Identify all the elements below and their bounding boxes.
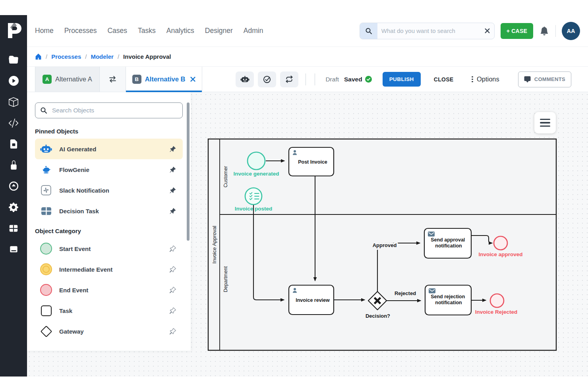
bpmn-task-send-approval[interactable]: Send approval notification	[424, 228, 471, 258]
check-circle-icon	[263, 75, 271, 83]
category-item-end-event[interactable]: End Event	[35, 280, 183, 300]
options-button[interactable]: Options	[472, 67, 499, 92]
code-icon[interactable]	[0, 112, 27, 133]
tab-b-badge: B	[132, 75, 141, 84]
tab-a-label: Alternative A	[55, 75, 92, 83]
breadcrumb-current: Invoice Approval	[123, 53, 171, 60]
object-search-input[interactable]	[51, 106, 178, 114]
nav-admin[interactable]: Admin	[244, 27, 263, 35]
category-item-label: Start Event	[59, 245, 162, 252]
modeler-tools	[236, 67, 306, 92]
category-item-intermediate-event[interactable]: Intermediate Event	[35, 259, 183, 280]
breadcrumb: / Processes / Modeler / Invoice Approval	[27, 47, 588, 67]
pin-icon-filled[interactable]	[169, 187, 176, 194]
play-circle-icon[interactable]	[0, 70, 27, 91]
card-terminal-icon[interactable]	[0, 239, 27, 260]
breadcrumb-processes[interactable]: Processes	[51, 53, 81, 60]
pinned-objects-heading: Pinned Objects	[35, 128, 183, 135]
panel-scrollbar[interactable]	[187, 102, 190, 241]
saved-text: Saved	[344, 76, 362, 83]
save-status: Draft Saved	[325, 67, 371, 92]
category-item-start-event[interactable]: Start Event	[35, 238, 183, 259]
document-icon[interactable]	[0, 133, 27, 154]
user-avatar[interactable]: AA	[562, 22, 580, 40]
toolbar-divider	[315, 73, 315, 85]
category-item-task[interactable]: Task	[35, 300, 183, 321]
intermediate-event-icon	[40, 263, 52, 275]
canvas-menu-button[interactable]	[534, 112, 556, 133]
object-item-slack-notification[interactable]: Slack Notification	[35, 180, 183, 201]
pin-icon-outline[interactable]	[169, 328, 176, 335]
refresh-loop-button[interactable]	[280, 71, 298, 87]
end-event-icon	[40, 284, 52, 296]
nav-cases[interactable]: Cases	[107, 27, 127, 35]
table-grid-icon[interactable]	[0, 218, 27, 239]
kebab-menu-icon	[472, 76, 473, 82]
breadcrumb-separator: /	[85, 53, 87, 60]
pin-icon-filled[interactable]	[169, 208, 176, 214]
search-icon	[360, 23, 377, 39]
nav-tasks[interactable]: Tasks	[138, 27, 156, 35]
object-item-ai-generated[interactable]: AI Generated	[35, 139, 183, 159]
new-case-button[interactable]: + CASE	[501, 23, 533, 39]
tab-close-icon[interactable]	[190, 77, 195, 82]
nav-home[interactable]: Home	[35, 27, 54, 35]
object-item-label: AI Generated	[59, 146, 162, 153]
close-button[interactable]: CLOSE	[431, 67, 456, 92]
home-icon[interactable]	[35, 53, 42, 60]
toolbar-divider	[306, 73, 306, 85]
genie-lamp-icon	[40, 166, 52, 174]
gateway-label: Decision?	[366, 313, 390, 319]
object-search[interactable]	[35, 102, 183, 118]
folder-icon[interactable]	[0, 49, 27, 70]
gateway-icon	[40, 326, 52, 337]
publish-button[interactable]: PUBLISH	[383, 72, 421, 87]
lock-icon[interactable]	[0, 154, 27, 176]
modeler-canvas[interactable]: Invoice Approval Customer Department Inv…	[27, 92, 588, 377]
swap-alternatives-button[interactable]	[100, 67, 126, 92]
pin-icon-filled[interactable]	[169, 166, 176, 173]
hamburger-icon	[540, 119, 550, 120]
bpmn-task-invoice-review[interactable]: Invoice review	[289, 285, 334, 315]
nav-processes[interactable]: Processes	[64, 27, 97, 35]
ai-assistant-button[interactable]	[236, 71, 254, 87]
upload-circle-icon[interactable]	[0, 176, 27, 197]
object-item-decision-task[interactable]: Decision Task	[35, 201, 183, 221]
object-item-flowgenie[interactable]: FlowGenie	[35, 159, 183, 180]
package-icon[interactable]	[0, 91, 27, 112]
nav-analytics[interactable]: Analytics	[166, 27, 194, 35]
pin-icon-outline[interactable]	[169, 245, 176, 252]
start-event-icon	[40, 243, 52, 255]
pin-icon-filled[interactable]	[169, 146, 176, 153]
bpmn-task-post-invoice[interactable]: Post Invoice	[289, 147, 334, 176]
tab-alternative-a[interactable]: A Alternative A	[35, 67, 100, 92]
nav-designer[interactable]: Designer	[205, 27, 233, 35]
app-window: Home Processes Cases Tasks Analytics Des…	[0, 0, 588, 392]
breadcrumb-separator: /	[46, 53, 47, 60]
processmaker-logo[interactable]	[5, 21, 22, 41]
pin-icon-outline[interactable]	[169, 266, 176, 273]
notifications-bell-icon[interactable]	[540, 27, 549, 35]
navbar-divider	[555, 25, 556, 37]
category-item-gateway[interactable]: Gateway	[35, 321, 183, 342]
breadcrumb-modeler[interactable]: Modeler	[91, 53, 114, 60]
category-item-label: End Event	[59, 287, 162, 294]
top-navbar: Home Processes Cases Tasks Analytics Des…	[27, 15, 588, 47]
envelope-icon	[428, 232, 435, 237]
bpmn-task-send-rejection[interactable]: Send rejection notification	[425, 285, 471, 315]
comments-label: COMMENTS	[534, 76, 565, 82]
robot-icon	[240, 76, 250, 83]
global-search-input[interactable]	[377, 27, 484, 34]
gear-icon[interactable]	[0, 197, 27, 218]
lane-department-label: Department	[223, 266, 228, 292]
tab-alternative-b[interactable]: B Alternative B	[126, 67, 203, 92]
search-clear-icon[interactable]	[484, 28, 494, 33]
global-search[interactable]	[360, 23, 495, 39]
pin-icon-outline[interactable]	[169, 307, 176, 314]
lane-customer-label: Customer	[223, 166, 228, 187]
validate-button[interactable]	[258, 71, 276, 87]
saved-label: Saved	[344, 76, 372, 83]
comments-button[interactable]: COMMENTS	[518, 71, 571, 87]
pin-icon-outline[interactable]	[169, 287, 176, 294]
post-invoice-label: Post Invoice	[298, 159, 327, 165]
